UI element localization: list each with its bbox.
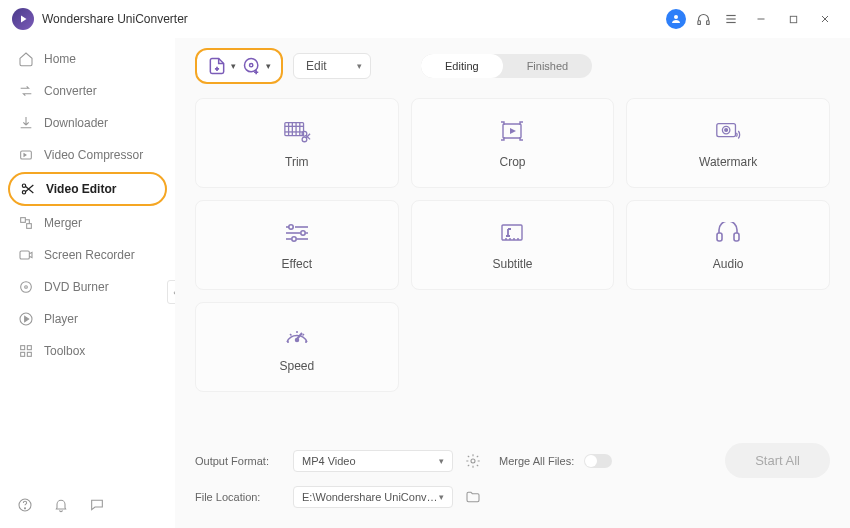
file-location-value: E:\Wondershare UniConverter (302, 491, 439, 503)
menu-icon[interactable] (720, 8, 742, 30)
svg-point-16 (21, 282, 32, 293)
sidebar-item-label: Merger (44, 216, 82, 230)
svg-point-46 (292, 237, 296, 241)
headset-icon[interactable] (692, 8, 714, 30)
card-audio[interactable]: Audio (626, 200, 830, 290)
download-icon (18, 115, 34, 131)
add-media-group: ▾ ▾ (195, 48, 283, 84)
svg-point-24 (24, 508, 25, 509)
sidebar-item-label: Video Editor (46, 182, 116, 196)
svg-point-59 (471, 459, 475, 463)
watermark-icon (714, 117, 742, 145)
file-location-label: File Location: (195, 491, 283, 503)
svg-point-26 (250, 64, 253, 67)
settings-gear-icon[interactable] (463, 451, 483, 471)
svg-point-53 (295, 339, 298, 342)
output-format-value: MP4 Video (302, 455, 356, 467)
window-maximize-icon[interactable] (780, 8, 806, 30)
trim-icon (283, 117, 311, 145)
sidebar-item-label: Home (44, 52, 76, 66)
merge-label: Merge All Files: (499, 455, 574, 467)
feedback-icon[interactable] (86, 494, 108, 516)
sidebar-item-label: Downloader (44, 116, 108, 130)
sidebar-item-player[interactable]: Player (8, 304, 167, 334)
svg-point-0 (674, 15, 678, 19)
file-location-select[interactable]: E:\Wondershare UniConverter ▾ (293, 486, 453, 508)
home-icon (18, 51, 34, 67)
bell-icon[interactable] (50, 494, 72, 516)
svg-rect-20 (27, 346, 31, 350)
svg-rect-1 (697, 20, 700, 24)
svg-rect-2 (706, 20, 709, 24)
sidebar-item-home[interactable]: Home (8, 44, 167, 74)
svg-rect-22 (27, 352, 31, 356)
sidebar-item-toolbox[interactable]: Toolbox (8, 336, 167, 366)
svg-point-25 (245, 59, 258, 72)
svg-rect-13 (21, 218, 26, 223)
compress-icon (18, 147, 34, 163)
card-label: Speed (279, 359, 314, 373)
user-avatar-icon[interactable] (666, 9, 686, 29)
sidebar-item-label: DVD Burner (44, 280, 109, 294)
edit-dropdown[interactable]: Edit ▾ (293, 53, 371, 79)
add-disc-button[interactable]: ▾ (242, 56, 271, 76)
chevron-down-icon: ▾ (357, 61, 362, 71)
converter-icon (18, 83, 34, 99)
card-label: Effect (282, 257, 312, 271)
card-effect[interactable]: Effect (195, 200, 399, 290)
card-watermark[interactable]: Watermark (626, 98, 830, 188)
sidebar-item-compressor[interactable]: Video Compressor (8, 140, 167, 170)
play-icon (18, 311, 34, 327)
card-label: Audio (713, 257, 744, 271)
svg-point-40 (289, 225, 293, 229)
grid-icon (18, 343, 34, 359)
svg-rect-49 (502, 225, 522, 240)
record-icon (18, 247, 34, 263)
app-logo (12, 8, 34, 30)
audio-icon (714, 219, 742, 247)
window-close-icon[interactable] (812, 8, 838, 30)
svg-point-43 (301, 231, 305, 235)
card-crop[interactable]: Crop (411, 98, 615, 188)
sidebar-item-label: Screen Recorder (44, 248, 135, 262)
crop-icon (498, 117, 526, 145)
sidebar-item-screen-recorder[interactable]: Screen Recorder (8, 240, 167, 270)
merge-toggle[interactable] (584, 454, 612, 468)
card-trim[interactable]: Trim (195, 98, 399, 188)
sidebar-item-video-editor[interactable]: Video Editor (8, 172, 167, 206)
card-label: Trim (285, 155, 309, 169)
chevron-down-icon: ▾ (266, 61, 271, 71)
card-label: Subtitle (492, 257, 532, 271)
svg-rect-14 (27, 224, 32, 229)
app-title: Wondershare UniConverter (42, 12, 666, 26)
add-file-button[interactable]: ▾ (207, 56, 236, 76)
sidebar-item-dvd-burner[interactable]: DVD Burner (8, 272, 167, 302)
sidebar-item-converter[interactable]: Converter (8, 76, 167, 106)
subtitle-icon (498, 219, 526, 247)
help-icon[interactable] (14, 494, 36, 516)
svg-rect-51 (717, 233, 722, 241)
svg-line-57 (290, 334, 292, 336)
sidebar-item-merger[interactable]: Merger (8, 208, 167, 238)
sidebar-item-downloader[interactable]: Downloader (8, 108, 167, 138)
start-all-button[interactable]: Start All (725, 443, 830, 478)
edit-dropdown-label: Edit (306, 59, 327, 73)
card-subtitle[interactable]: Subtitle (411, 200, 615, 290)
svg-rect-7 (790, 16, 796, 22)
scissors-icon (20, 181, 36, 197)
svg-line-58 (302, 334, 304, 336)
tab-editing[interactable]: Editing (421, 54, 503, 78)
card-speed[interactable]: Speed (195, 302, 399, 392)
effect-icon (283, 219, 311, 247)
sidebar-item-label: Toolbox (44, 344, 85, 358)
open-folder-icon[interactable] (463, 487, 483, 507)
speed-icon (283, 321, 311, 349)
card-label: Watermark (699, 155, 757, 169)
svg-rect-19 (21, 346, 25, 350)
window-minimize-icon[interactable] (748, 8, 774, 30)
output-format-select[interactable]: MP4 Video ▾ (293, 450, 453, 472)
svg-point-17 (25, 286, 28, 289)
sidebar-item-label: Video Compressor (44, 148, 143, 162)
tab-finished[interactable]: Finished (503, 54, 593, 78)
svg-point-39 (725, 129, 728, 132)
